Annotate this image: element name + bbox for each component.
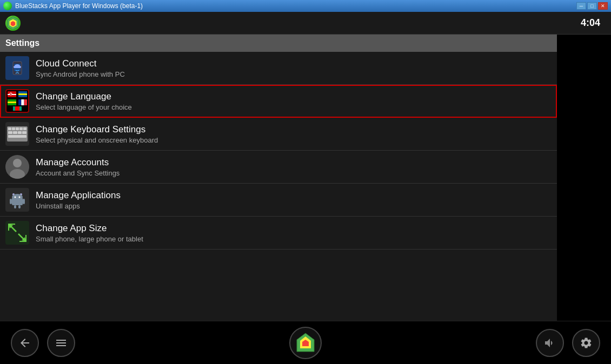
svg-rect-8 — [14, 66, 21, 68]
keyboard-title: Change Keyboard Settings — [36, 124, 158, 135]
menu-button[interactable] — [47, 329, 75, 357]
bottom-right-controls — [536, 329, 600, 357]
settings-item-manage-accounts[interactable]: Manage Accounts Account and Sync Setting… — [0, 151, 557, 184]
app-size-text: Change App Size Small phone, large phone… — [36, 223, 143, 243]
title-bar: BlueStacks App Player for Windows (beta-… — [0, 0, 611, 12]
settings-item-app-size[interactable]: Change App Size Small phone, large phone… — [0, 217, 557, 250]
clock: 4:04 — [581, 17, 600, 29]
title-text: BlueStacks App Player for Windows (beta-… — [15, 2, 576, 10]
cloud-icon — [5, 56, 29, 80]
manage-applications-title: Manage Applications — [36, 190, 121, 201]
change-language-title: Change Language — [36, 91, 132, 102]
svg-rect-30 — [10, 199, 12, 204]
home-button[interactable] — [289, 327, 322, 359]
bottom-left-controls — [11, 329, 75, 357]
bluestacks-logo — [5, 16, 21, 31]
svg-rect-21 — [13, 106, 15, 111]
svg-rect-29 — [12, 198, 23, 205]
volume-down-button[interactable] — [536, 329, 564, 357]
settings-title: Settings — [5, 38, 39, 48]
app-size-title: Change App Size — [36, 223, 143, 234]
settings-item-cloud-connect[interactable]: Cloud Connect Sync Android phone with PC — [0, 52, 557, 85]
svg-point-24 — [13, 159, 22, 167]
close-button[interactable]: ✕ — [598, 2, 608, 10]
svg-point-35 — [19, 197, 21, 198]
svg-rect-41 — [56, 342, 66, 343]
main-content: Settings Cloud C — [0, 35, 611, 348]
change-language-text: Change Language Select language of your … — [36, 91, 132, 111]
svg-rect-31 — [23, 199, 25, 204]
bottom-bar — [0, 321, 611, 364]
manage-accounts-subtitle: Account and Sync Settings — [36, 169, 119, 177]
svg-rect-19 — [24, 99, 27, 105]
appsize-icon — [5, 221, 29, 245]
manage-applications-subtitle: Uninstall apps — [36, 202, 121, 210]
settings-button[interactable] — [572, 329, 600, 357]
svg-rect-32 — [14, 205, 16, 208]
settings-panel: Settings Cloud C — [0, 35, 557, 348]
top-bar: 4:04 — [0, 12, 611, 35]
window-controls: ─ □ ✕ — [576, 2, 608, 10]
settings-item-keyboard[interactable]: Change Keyboard Settings Select physical… — [0, 118, 557, 151]
keyboard-icon — [5, 122, 29, 146]
right-sidebar — [557, 35, 611, 348]
manage-accounts-text: Manage Accounts Account and Sync Setting… — [36, 157, 119, 177]
svg-rect-22 — [19, 106, 22, 111]
svg-rect-14 — [18, 93, 27, 95]
cloud-connect-title: Cloud Connect — [36, 58, 125, 69]
svg-rect-17 — [18, 99, 21, 105]
settings-item-manage-applications[interactable]: Manage Applications Uninstall apps — [0, 184, 557, 217]
change-language-subtitle: Select language of your choice — [36, 103, 132, 111]
svg-rect-16 — [8, 102, 16, 103]
home-button-container — [289, 327, 322, 359]
svg-rect-18 — [21, 99, 24, 105]
language-icon — [5, 89, 29, 113]
manage-applications-text: Manage Applications Uninstall apps — [36, 190, 121, 210]
svg-point-12 — [10, 93, 12, 95]
svg-rect-42 — [56, 345, 66, 346]
app-icon — [3, 2, 12, 10]
back-button[interactable] — [11, 329, 39, 357]
settings-item-change-language[interactable]: Change Language Select language of your … — [0, 85, 557, 118]
app-size-subtitle: Small phone, large phone or tablet — [36, 235, 143, 243]
minimize-button[interactable]: ─ — [576, 2, 586, 10]
restore-button[interactable]: □ — [587, 2, 597, 10]
keyboard-subtitle: Select physical and onscreen keyboard — [36, 136, 158, 144]
svg-point-34 — [15, 197, 16, 198]
svg-rect-33 — [18, 205, 21, 208]
settings-header: Settings — [0, 35, 557, 52]
svg-rect-40 — [56, 340, 66, 341]
manage-accounts-title: Manage Accounts — [36, 157, 119, 168]
keyboard-text: Change Keyboard Settings Select physical… — [36, 124, 158, 144]
cloud-connect-subtitle: Sync Android phone with PC — [36, 70, 125, 78]
account-icon — [5, 155, 29, 179]
apps-icon — [5, 188, 29, 212]
cloud-connect-text: Cloud Connect Sync Android phone with PC — [36, 58, 125, 78]
